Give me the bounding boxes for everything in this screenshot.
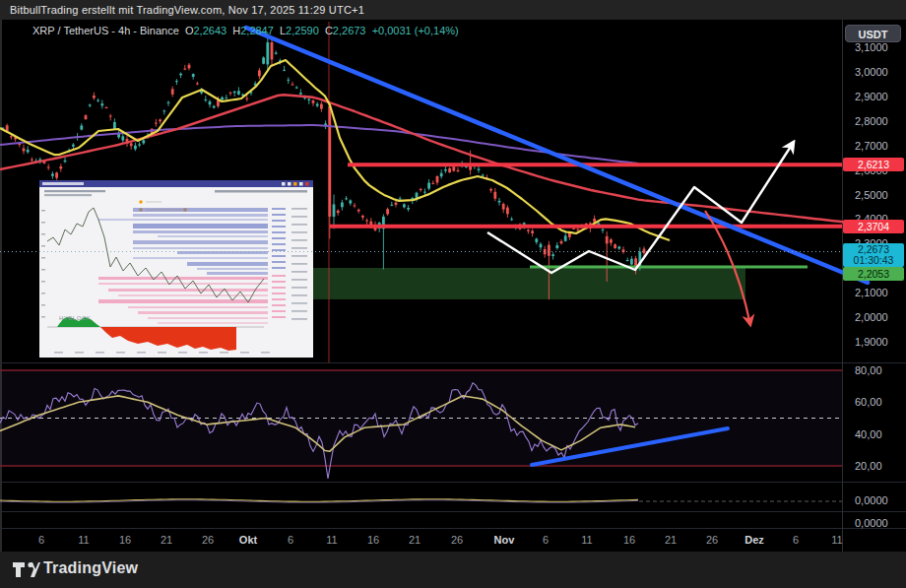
price-label-support: 2,2053 <box>843 267 904 281</box>
time-tick: 16 <box>367 534 379 546</box>
time-tick: 6 <box>793 534 799 546</box>
time-tick: 26 <box>202 534 214 546</box>
footer-bar: TradingView <box>0 552 906 588</box>
sub-panel-tick: 0,0000 <box>855 517 888 529</box>
inset-liquidity-band-blue <box>207 272 268 275</box>
inset-liquidity-band-pink <box>118 294 268 296</box>
time-tick: Okt <box>239 534 257 546</box>
inset-liquidity-band-pink <box>148 317 268 319</box>
time-tick: 11 <box>326 534 337 546</box>
price-tick: 2,5000 <box>855 189 888 201</box>
rsi-tick: 40,00 <box>855 428 882 440</box>
tradingview-screenshot: BitbullTrading erstellt mit TradingView.… <box>0 0 906 588</box>
price-tick: 3,1000 <box>855 41 888 53</box>
inset-liquidity-band-blue <box>133 247 268 249</box>
time-tick: 21 <box>665 534 677 546</box>
price-tick: 2,9000 <box>855 91 888 102</box>
inset-liquidity-band-pink <box>98 299 268 303</box>
support-zone[interactable] <box>313 268 745 299</box>
time-tick: 16 <box>119 534 131 546</box>
time-tick: 6 <box>543 534 549 546</box>
inset-liquidity-band-blue <box>133 214 268 217</box>
price-label-resistance-2: 2,3704 <box>843 220 904 233</box>
inset-liquidity-band-blue <box>98 219 268 221</box>
time-tick: Dez <box>744 534 764 546</box>
rsi-tick: 20,00 <box>855 460 882 472</box>
inset-liquidity-band-pink <box>128 306 268 308</box>
time-tick: 11 <box>581 534 592 546</box>
inset-liquidity-band-blue <box>133 224 268 229</box>
price-tick: 2,0000 <box>855 311 888 323</box>
ma-long-line <box>0 125 638 163</box>
price-tick: 2,7000 <box>855 140 888 152</box>
rsi-tick: 80,00 <box>855 364 882 376</box>
inset-liquidity-band-blue <box>177 251 268 254</box>
main-chart[interactable]: HYBLOCK <box>0 0 906 588</box>
ohlc-h-label: H <box>232 25 240 36</box>
inset-liquidity-band-blue <box>133 240 268 244</box>
inset-hyblock-label: HYBLOCK <box>59 315 91 321</box>
time-tick: 21 <box>409 534 421 546</box>
change-value: +0,0031 (+0,14%) <box>372 25 459 36</box>
rsi-tick: 60,00 <box>855 396 882 408</box>
time-tick: Nov <box>494 534 515 546</box>
tradingview-wordmark: TradingView <box>43 559 138 577</box>
time-axis[interactable]: 611162126Okt611162126Nov611162126Dez611 <box>0 528 842 552</box>
symbol-title: XRP / TetherUS - 4h - Binance <box>32 25 179 36</box>
inset-liquidity-band-blue <box>133 208 268 212</box>
inset-liquidity-band-pink <box>138 311 268 314</box>
time-tick: 6 <box>288 534 293 546</box>
price-tick: 2,1000 <box>855 287 888 298</box>
inset-liquidity-band-pink <box>108 289 268 292</box>
inset-liquidity-band-pink <box>98 277 268 280</box>
inset-liquidity-band-blue <box>197 268 268 270</box>
inset-screenshot[interactable]: HYBLOCK <box>39 180 313 358</box>
inset-liquidity-band-pink <box>158 322 268 324</box>
price-label-resistance-1: 2,6213 <box>843 158 904 171</box>
time-tick: 26 <box>706 534 718 546</box>
sub-panel-tick: 0,0000 <box>855 494 888 506</box>
price-label-current: 2,267301:30:43 <box>843 243 904 267</box>
price-tick: 2,8000 <box>855 115 888 127</box>
time-tick: 6 <box>38 534 44 546</box>
inset-liquidity-band-blue <box>187 262 268 266</box>
currency-toggle-button[interactable]: USDT <box>845 25 901 42</box>
time-tick: 26 <box>451 534 463 546</box>
ohlc-l-value: 2,2590 <box>286 25 319 36</box>
tradingview-logo-icon <box>12 559 41 583</box>
time-tick: 11 <box>78 534 89 546</box>
price-tick: 3,0000 <box>855 66 888 78</box>
sub-indicator-line-1 <box>0 499 638 501</box>
inset-liquidity-band-blue <box>133 257 268 259</box>
symbol-legend[interactable]: XRP / TetherUS - 4h - Binance O2,2643 H2… <box>32 25 459 36</box>
ohlc-c-label: C <box>325 25 333 36</box>
inset-liquidity-band-blue <box>158 235 268 237</box>
price-tick: 1,9000 <box>855 336 888 348</box>
inset-liquidity-band-blue <box>133 230 268 233</box>
inset-liquidity-band-pink <box>98 283 268 285</box>
time-tick: 11 <box>831 534 842 546</box>
time-tick: 21 <box>161 534 172 546</box>
time-tick: 16 <box>623 534 635 546</box>
ohlc-o-value: 2,2643 <box>193 25 226 36</box>
ohlc-c-value: 2,2673 <box>333 25 366 36</box>
price-axis[interactable]: USDT 3,10003,00002,90002,80002,70002,600… <box>842 20 906 552</box>
ohlc-h-value: 2,2847 <box>240 25 274 36</box>
